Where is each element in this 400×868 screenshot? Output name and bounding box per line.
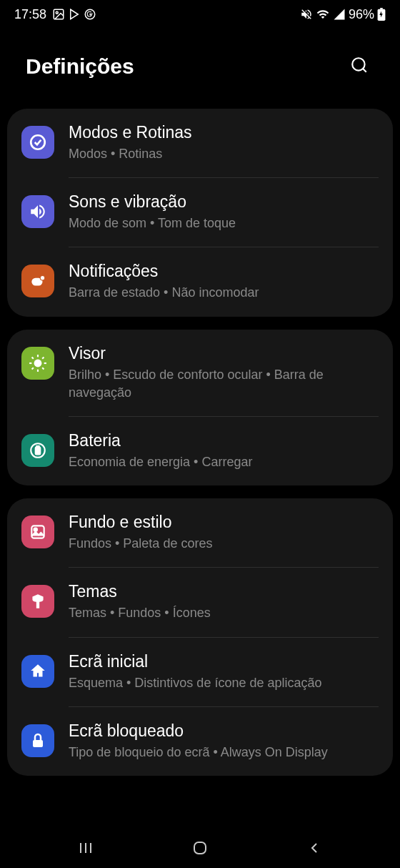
item-content: Visor Brilho • Escudo de conforto ocular…: [69, 344, 379, 402]
home-button[interactable]: [171, 834, 229, 862]
svg-rect-30: [194, 842, 206, 854]
status-time: 17:58: [14, 7, 46, 22]
item-subtitle: Temas • Fundos • Ícones: [69, 604, 379, 622]
lock-screen-icon: [21, 724, 54, 757]
item-title: Temas: [69, 582, 379, 601]
item-subtitle: Esquema • Distintivos de ícone de aplica…: [69, 674, 379, 692]
item-subtitle: Fundos • Paleta de cores: [69, 535, 379, 553]
display-icon: [21, 347, 54, 380]
status-right: 96%: [300, 7, 386, 22]
search-button[interactable]: [344, 50, 374, 83]
recents-icon: [77, 839, 94, 857]
svg-rect-26: [33, 740, 43, 747]
status-left: 17:58: [14, 7, 96, 22]
settings-group: Fundo e estilo Fundos • Paleta de cores …: [7, 498, 393, 776]
item-content: Ecrã inicial Esquema • Distintivos de íc…: [69, 652, 379, 692]
item-content: Fundo e estilo Fundos • Paleta de cores: [69, 513, 379, 553]
settings-item-notificacoes[interactable]: Notificações Barra de estado • Não incom…: [21, 247, 379, 316]
item-title: Ecrã inicial: [69, 652, 379, 671]
battery-settings-icon: [21, 434, 54, 467]
item-title: Bateria: [69, 431, 379, 450]
play-store-icon: [68, 8, 81, 21]
item-subtitle: Modos • Rotinas: [69, 145, 379, 163]
notifications-icon: [21, 265, 54, 297]
svg-rect-22: [36, 446, 39, 448]
header: Definições: [0, 29, 400, 109]
settings-item-ecra-inicial[interactable]: Ecrã inicial Esquema • Distintivos de íc…: [21, 638, 379, 706]
search-icon: [350, 56, 369, 74]
svg-line-7: [363, 69, 366, 72]
item-subtitle: Brilho • Escudo de conforto ocular • Bar…: [69, 366, 379, 402]
item-content: Temas Temas • Fundos • Ícones: [69, 582, 379, 622]
item-content: Sons e vibração Modo de som • Tom de toq…: [69, 192, 379, 232]
settings-item-modos-rotinas[interactable]: Modos e Rotinas Modos • Rotinas: [21, 109, 379, 177]
status-bar: 17:58 96%: [0, 0, 400, 29]
item-subtitle: Economia de energia • Carregar: [69, 453, 379, 471]
signal-icon: [333, 8, 346, 21]
svg-line-15: [42, 368, 44, 369]
svg-point-11: [34, 359, 42, 367]
image-icon: [52, 8, 65, 21]
item-content: Ecrã bloqueado Tipo de bloqueio do ecrã …: [69, 721, 379, 761]
settings-group: Modos e Rotinas Modos • Rotinas Sons e v…: [7, 109, 393, 317]
item-content: Notificações Barra de estado • Não incom…: [69, 262, 379, 302]
battery-icon: [377, 8, 386, 21]
back-icon: [306, 839, 323, 857]
google-icon: [84, 8, 96, 21]
settings-item-sons-vibracao[interactable]: Sons e vibração Modo de som • Tom de toq…: [21, 178, 379, 247]
settings-item-ecra-bloqueado[interactable]: Ecrã bloqueado Tipo de bloqueio do ecrã …: [21, 707, 379, 776]
svg-point-10: [40, 276, 45, 281]
fade-overlay: [0, 799, 400, 828]
item-subtitle: Modo de som • Tom de toque: [69, 214, 379, 232]
item-title: Ecrã bloqueado: [69, 721, 379, 741]
settings-content[interactable]: Modos e Rotinas Modos • Rotinas Sons e v…: [0, 109, 400, 776]
item-title: Modos e Rotinas: [69, 123, 379, 142]
settings-item-visor[interactable]: Visor Brilho • Escudo de conforto ocular…: [21, 330, 379, 416]
svg-point-6: [352, 58, 364, 70]
svg-line-14: [32, 357, 34, 358]
svg-rect-5: [380, 8, 383, 9]
svg-rect-25: [36, 601, 39, 608]
svg-marker-2: [71, 9, 79, 19]
home-nav-icon: [191, 839, 209, 857]
item-title: Fundo e estilo: [69, 513, 379, 532]
navigation-bar: [0, 828, 400, 868]
wifi-icon: [316, 8, 330, 21]
item-subtitle: Tipo de bloqueio do ecrã • Always On Dis…: [69, 744, 379, 761]
svg-point-24: [34, 528, 37, 531]
page-title: Definições: [26, 54, 134, 79]
recents-button[interactable]: [57, 834, 114, 862]
svg-rect-23: [31, 526, 44, 538]
sound-icon: [21, 195, 54, 228]
item-title: Visor: [69, 344, 379, 363]
settings-item-temas[interactable]: Temas Temas • Fundos • Ícones: [21, 568, 379, 636]
settings-item-fundo-estilo[interactable]: Fundo e estilo Fundos • Paleta de cores: [21, 498, 379, 567]
svg-line-18: [32, 368, 34, 369]
svg-line-19: [42, 357, 44, 358]
themes-icon: [21, 585, 54, 618]
home-screen-icon: [21, 655, 54, 688]
settings-item-bateria[interactable]: Bateria Economia de energia • Carregar: [21, 417, 379, 485]
item-content: Modos e Rotinas Modos • Rotinas: [69, 123, 379, 163]
svg-point-1: [56, 11, 58, 14]
back-button[interactable]: [286, 834, 343, 862]
item-content: Bateria Economia de energia • Carregar: [69, 431, 379, 471]
modes-icon: [21, 126, 54, 159]
item-subtitle: Barra de estado • Não incomodar: [69, 284, 379, 302]
item-title: Notificações: [69, 262, 379, 281]
mute-icon: [300, 8, 313, 21]
battery-percent: 96%: [349, 7, 374, 22]
status-left-icons: [52, 8, 96, 21]
settings-group: Visor Brilho • Escudo de conforto ocular…: [7, 330, 393, 486]
wallpaper-icon: [21, 516, 54, 548]
item-title: Sons e vibração: [69, 192, 379, 212]
